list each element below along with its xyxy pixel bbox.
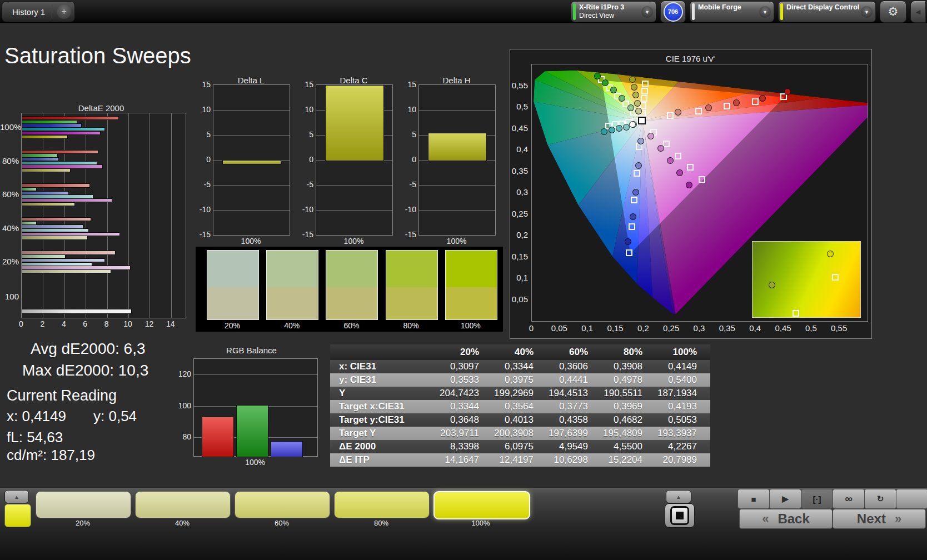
patch-square-icon xyxy=(676,512,684,519)
table-cell: 0,4193 xyxy=(649,400,704,413)
gridline xyxy=(419,185,495,186)
deltae-x-tick: 12 xyxy=(141,319,157,328)
gridline xyxy=(128,113,129,318)
deltae-x-tick: 0 xyxy=(13,319,29,328)
saturation-swatch-40%[interactable] xyxy=(135,491,231,518)
source-dropdown[interactable]: Mobile Forge ▼ xyxy=(690,1,774,22)
chevrons-right-icon: » xyxy=(895,512,901,526)
deltae-bar xyxy=(22,269,111,273)
cie-inset-marker xyxy=(827,251,834,257)
cie-y-tick: 0,1 xyxy=(502,273,528,282)
extra-button[interactable] xyxy=(896,489,927,509)
rgb-bar-blue xyxy=(271,441,303,457)
cie-target-marker xyxy=(695,108,702,114)
delta-y-tick: -10 xyxy=(190,205,211,214)
display-control-name: Direct Display Control xyxy=(786,3,859,11)
chevron-down-icon[interactable]: ▼ xyxy=(641,6,653,18)
scroll-up-left-button[interactable]: ▲ xyxy=(4,490,29,503)
tab-history-1[interactable]: History 1 + xyxy=(2,1,75,22)
delta-y-tick: 15 xyxy=(395,80,416,89)
page-title: Saturation Sweeps xyxy=(4,43,191,68)
cie-measured-marker xyxy=(637,138,644,144)
saturation-swatch-80%[interactable] xyxy=(334,491,430,518)
stop-button[interactable]: ■ xyxy=(737,489,770,509)
back-button[interactable]: « Back xyxy=(739,509,833,529)
gridline xyxy=(64,113,65,318)
gridline xyxy=(86,113,86,318)
cie-inset-marker xyxy=(769,282,775,288)
chevron-down-icon[interactable]: ▼ xyxy=(759,6,771,18)
saturation-swatch-label: 20% xyxy=(36,519,130,527)
delta-chart-plot xyxy=(418,84,496,236)
meter-badge-button[interactable]: 706 xyxy=(660,1,686,23)
play-icon: ▶ xyxy=(782,494,789,504)
add-tab-button[interactable]: + xyxy=(57,4,71,19)
saturation-swatch-100%[interactable] xyxy=(433,491,530,519)
bottom-toolbar: ▲ 20%40%60%80%100% ▲ ■▶[·]∞↻ « Back Next… xyxy=(0,488,927,560)
rgb-y-tick: 100 xyxy=(175,401,191,410)
chevron-down-icon[interactable]: ▼ xyxy=(861,6,873,18)
cie-x-tick: 0,15 xyxy=(604,323,626,333)
gridline xyxy=(213,210,290,211)
delta-chart-plot xyxy=(213,84,290,236)
scroll-up-right-button[interactable]: ▲ xyxy=(666,490,691,503)
swatch-column-label: 100% xyxy=(445,321,496,330)
saturation-swatch-label: 100% xyxy=(433,519,528,527)
delta-chart-title: Delta C xyxy=(310,76,397,85)
cie-measured-marker xyxy=(601,128,607,135)
delta-x-label: 100% xyxy=(418,237,495,246)
patch-frame-icon xyxy=(670,506,689,525)
cie-target-marker xyxy=(640,102,646,109)
deltae-group-label: 100% xyxy=(0,122,19,132)
meter-dropdown[interactable]: X-Rite i1Pro 3 Direct View ▼ xyxy=(571,1,656,22)
continuous-loop-button[interactable]: ∞ xyxy=(833,489,865,509)
continuous-loop-icon: ∞ xyxy=(845,493,853,505)
deltae-x-tick: 2 xyxy=(34,319,50,328)
cie-y-tick: 0,35 xyxy=(502,166,528,176)
table-row: x: CIE310,30970,33440,36060,39080,4149 xyxy=(330,360,710,373)
swatch-target xyxy=(445,287,497,320)
cie-measured-marker xyxy=(610,87,617,93)
cie-target-marker xyxy=(667,112,674,119)
delta-y-tick: 10 xyxy=(190,105,211,114)
table-row-label: x: CIE31 xyxy=(330,360,431,373)
cie-y-tick: 0,15 xyxy=(502,252,528,261)
gridline xyxy=(419,110,495,111)
swatch-column-label: 20% xyxy=(207,321,258,330)
deltae-group-label: 80% xyxy=(0,156,19,166)
settings-button[interactable]: ⚙ xyxy=(880,1,906,23)
cie-y-tick: 0,2 xyxy=(502,230,528,239)
delta-y-tick: -15 xyxy=(395,230,416,239)
cie-measured-marker xyxy=(602,79,609,86)
saturation-swatch-60%[interactable] xyxy=(235,491,330,518)
play-button[interactable]: ▶ xyxy=(769,489,801,509)
deltae-chart-title: DeltaE 2000 xyxy=(17,103,186,113)
table-cell: 0,3648 xyxy=(431,413,486,427)
gridline xyxy=(213,185,290,186)
rgb-bar-green xyxy=(236,405,268,457)
chevrons-left-icon: « xyxy=(762,512,769,526)
cie-x-tick: 0,05 xyxy=(548,323,570,333)
cie-inset-zoom xyxy=(752,241,861,318)
measure-patch-button[interactable] xyxy=(665,503,695,528)
single-measure-button[interactable]: [·] xyxy=(801,489,833,509)
table-row-label: Y xyxy=(330,387,431,400)
display-control-dropdown[interactable]: Direct Display Control ▼ xyxy=(778,1,876,22)
cie-measured-marker xyxy=(629,121,636,128)
meter-status-stripe xyxy=(573,3,576,20)
cie-measured-marker xyxy=(784,88,791,95)
swatch-column-label: 60% xyxy=(326,321,377,330)
next-button[interactable]: Next » xyxy=(833,509,926,529)
cie-x-tick: 0,5 xyxy=(800,323,822,333)
current-y-value: y: 0,54 xyxy=(93,408,137,425)
swatch-actual xyxy=(207,250,259,288)
table-row: y: CIE310,35330,39750,44410,49780,5400 xyxy=(330,373,710,387)
table-cell: 15,2204 xyxy=(595,453,649,467)
table-cell: 194,4513 xyxy=(540,387,595,400)
saturation-swatch-20%[interactable] xyxy=(36,491,131,518)
refresh-button[interactable]: ↻ xyxy=(864,489,896,509)
table-header-cell: 40% xyxy=(486,344,540,360)
collapse-panel-button[interactable]: ◀ xyxy=(910,1,926,23)
delta-bar xyxy=(428,133,487,162)
current-x-value: x: 0,4149 xyxy=(7,408,66,425)
